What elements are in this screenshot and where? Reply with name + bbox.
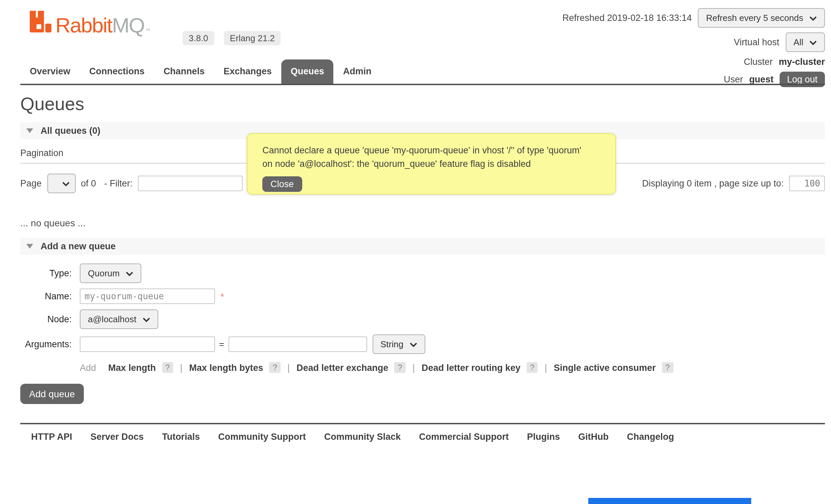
collapse-triangle-icon: [26, 244, 33, 249]
argument-type-select[interactable]: String: [372, 334, 425, 354]
filter-label: - Filter:: [104, 178, 133, 188]
footer: HTTP API Server Docs Tutorials Community…: [20, 423, 825, 442]
vhost-select[interactable]: All: [785, 32, 825, 52]
queue-name-input[interactable]: [80, 288, 215, 304]
help-icon[interactable]: ?: [527, 362, 538, 373]
user-label: User: [724, 74, 743, 84]
chevron-down-icon: [62, 178, 69, 188]
trademark-symbol: ™: [145, 28, 150, 34]
type-label: Type:: [20, 268, 72, 278]
nav-tabs: Overview Connections Channels Exchanges …: [20, 59, 381, 84]
add-queue-section-title: Add a new queue: [41, 241, 116, 251]
error-popup: Cannot declare a queue 'queue 'my-quorum…: [247, 133, 616, 195]
rabbitmq-logo-icon: [28, 9, 53, 36]
bottom-blue-bar: [588, 498, 751, 504]
type-row: Type: Quorum: [20, 263, 825, 283]
version-badge: 3.8.0: [183, 31, 214, 45]
version-badges: 3.8.0 Erlang 21.2: [183, 31, 281, 45]
page-label: Page: [20, 178, 42, 188]
rabbitmq-management-page: RabbitMQ™ 3.8.0 Erlang 21.2 Refreshed 20…: [0, 0, 831, 504]
filter-input[interactable]: [138, 176, 243, 191]
no-queues-message: ... no queues ...: [20, 218, 825, 228]
node-label: Node:: [20, 314, 72, 324]
add-queue-button[interactable]: Add queue: [20, 384, 84, 404]
user-name: guest: [749, 74, 774, 84]
help-icon[interactable]: ?: [662, 362, 673, 373]
page-select[interactable]: [47, 174, 75, 193]
footer-link-changelog[interactable]: Changelog: [627, 432, 674, 442]
footer-link-http-api[interactable]: HTTP API: [31, 432, 72, 442]
argument-value-input[interactable]: [228, 336, 367, 352]
tab-connections[interactable]: Connections: [80, 59, 154, 84]
footer-link-github[interactable]: GitHub: [578, 432, 609, 442]
cluster-label: Cluster: [744, 57, 773, 67]
footer-link-tutorials[interactable]: Tutorials: [162, 432, 200, 442]
page-title: Queues: [20, 94, 825, 115]
separator: |: [180, 362, 182, 373]
error-message-line2: on node 'a@localhost': the 'quorum_queue…: [262, 157, 600, 170]
chevron-down-icon: [809, 37, 817, 47]
chevron-down-icon: [126, 268, 133, 278]
refreshed-timestamp: Refreshed 2019-02-18 16:33:14: [563, 13, 692, 23]
footer-link-community-slack[interactable]: Community Slack: [324, 432, 401, 442]
chevron-down-icon: [809, 13, 817, 23]
help-icon[interactable]: ?: [395, 362, 406, 373]
error-message-line1: Cannot declare a queue 'queue 'my-quorum…: [262, 144, 600, 157]
help-icon[interactable]: ?: [269, 362, 281, 373]
header-divider: [20, 84, 825, 85]
footer-link-community-support[interactable]: Community Support: [218, 432, 306, 442]
equals-sign: =: [219, 339, 224, 349]
of-pages-label: of 0: [81, 178, 96, 188]
tab-overview[interactable]: Overview: [20, 59, 80, 84]
shortcut-dead-letter-routing-key[interactable]: Dead letter routing key: [422, 362, 521, 373]
name-label: Name:: [20, 291, 72, 301]
shortcut-max-length[interactable]: Max length: [108, 362, 156, 373]
header-right: Refreshed 2019-02-18 16:33:14 Refresh ev…: [563, 8, 825, 87]
displaying-label: Displaying 0 item , page size up to:: [642, 178, 784, 188]
rabbitmq-logo[interactable]: RabbitMQ™: [28, 9, 150, 36]
chevron-down-icon: [143, 314, 150, 324]
argument-shortcuts: Add Max length ? | Max length bytes ? | …: [80, 362, 825, 373]
name-row: Name: *: [20, 288, 825, 304]
separator: |: [287, 362, 290, 373]
erlang-badge: Erlang 21.2: [224, 31, 281, 45]
refresh-interval-select[interactable]: Refresh every 5 seconds: [698, 8, 825, 28]
vhost-label: Virtual host: [734, 37, 780, 47]
arguments-row: Arguments: = String: [20, 334, 825, 354]
queue-type-select[interactable]: Quorum: [80, 263, 141, 283]
tab-admin[interactable]: Admin: [334, 59, 381, 84]
required-asterisk: *: [220, 291, 224, 302]
shortcut-max-length-bytes[interactable]: Max length bytes: [189, 362, 263, 373]
tab-queues[interactable]: Queues: [281, 59, 334, 84]
tab-exchanges[interactable]: Exchanges: [214, 59, 281, 84]
chevron-down-icon: [409, 339, 417, 349]
close-button[interactable]: Close: [262, 176, 302, 192]
footer-link-server-docs[interactable]: Server Docs: [91, 432, 144, 442]
separator: |: [545, 362, 547, 373]
help-icon[interactable]: ?: [162, 362, 173, 373]
collapse-triangle-icon: [26, 128, 33, 133]
header: RabbitMQ™ 3.8.0 Erlang 21.2 Refreshed 20…: [0, 0, 831, 85]
node-select[interactable]: a@localhost: [80, 309, 158, 329]
node-row: Node: a@localhost: [20, 309, 825, 329]
footer-links: HTTP API Server Docs Tutorials Community…: [31, 432, 825, 442]
argument-key-input[interactable]: [80, 336, 215, 352]
add-queue-form: Type: Quorum Name: * Node: a@localhost: [20, 263, 825, 404]
footer-link-plugins[interactable]: Plugins: [527, 432, 560, 442]
tab-channels[interactable]: Channels: [154, 59, 214, 84]
shortcut-dead-letter-exchange[interactable]: Dead letter exchange: [296, 362, 388, 373]
footer-link-commercial-support[interactable]: Commercial Support: [419, 432, 509, 442]
all-queues-section-title: All queues (0): [41, 126, 100, 136]
logo-wordmark: RabbitMQ™: [55, 15, 150, 36]
page-size-group: Displaying 0 item , page size up to:: [642, 176, 825, 191]
arguments-label: Arguments:: [20, 339, 72, 349]
add-queue-section-header[interactable]: Add a new queue: [20, 238, 825, 255]
add-label: Add: [80, 362, 96, 373]
page-size-input[interactable]: [789, 176, 825, 191]
shortcut-single-active-consumer[interactable]: Single active consumer: [554, 362, 656, 373]
cluster-name: my-cluster: [779, 57, 825, 67]
separator: |: [412, 362, 415, 373]
